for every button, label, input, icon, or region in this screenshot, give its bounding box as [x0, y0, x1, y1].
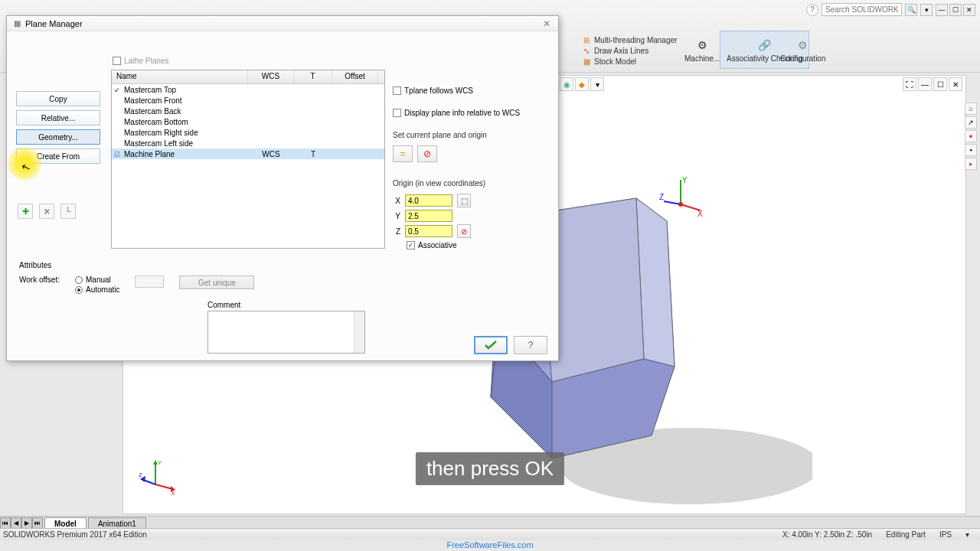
status-bar: SOLIDWORKS Premium 2017 x64 Edition X: 4…: [0, 528, 980, 540]
table-row[interactable]: ✔Mastercam Top: [112, 84, 384, 95]
maximize-icon[interactable]: ☐: [949, 4, 962, 16]
relative-button[interactable]: Relative...: [16, 110, 100, 126]
multi-threading-item[interactable]: ⊞Multi-threading Manager: [582, 35, 677, 44]
subtitle-caption: then press OK: [416, 452, 564, 485]
col-wcs[interactable]: WCS: [248, 70, 294, 83]
pick-button[interactable]: ⬚: [457, 194, 471, 207]
machine-icon: ⚙: [694, 37, 710, 53]
viewport-right-buttons: ⛶ — ☐ ✕: [903, 77, 962, 91]
right-panel: Tplane follows WCS Display plane info re…: [393, 86, 554, 263]
vp-max-icon[interactable]: ☐: [933, 77, 947, 91]
z-input[interactable]: [405, 225, 452, 237]
draw-axis-item[interactable]: ⤡Draw Axis Lines: [582, 46, 677, 55]
comment-label: Comment: [207, 301, 365, 309]
table-row[interactable]: Mastercam Left side: [112, 138, 384, 148]
vp-expand-icon[interactable]: ⛶: [903, 77, 916, 91]
equals-button[interactable]: =: [393, 145, 413, 162]
status-units: IPS: [939, 530, 952, 539]
vp-tool[interactable]: ◉: [560, 77, 573, 91]
vp-min-icon[interactable]: —: [918, 77, 932, 91]
dialog-close-icon[interactable]: ✕: [540, 18, 554, 30]
title-bar-right: ? 🔍 ▾ — ☐ ✕: [806, 3, 975, 16]
z-label: Z: [393, 227, 400, 236]
svg-text:Z: Z: [139, 471, 142, 478]
axis-tool-icon[interactable]: ⤪: [39, 204, 54, 219]
status-edition: SOLIDWORKS Premium 2017 x64 Edition: [3, 530, 782, 539]
table-row[interactable]: Mastercam Front: [112, 95, 384, 106]
svg-text:X: X: [697, 210, 703, 218]
svg-line-10: [155, 484, 172, 489]
reset-button[interactable]: ⊘: [417, 145, 437, 162]
help-button[interactable]: ?: [514, 336, 547, 354]
table-header: Name WCS T Offset: [112, 70, 384, 84]
svg-line-12: [143, 480, 155, 484]
col-offset[interactable]: Offset: [332, 70, 378, 83]
axis-triad-corner: Y X Z: [139, 457, 177, 495]
col-name[interactable]: Name: [112, 70, 248, 83]
x-input[interactable]: [405, 194, 452, 207]
icon-row: ✚ ⤪ └: [18, 204, 76, 219]
reset-z-button[interactable]: ⊘: [457, 224, 471, 238]
tplane-checkbox[interactable]: Tplane follows WCS: [393, 86, 554, 95]
gear-icon: ⚙: [795, 37, 811, 53]
viewport-toolbar: ◉ ◆ ▾: [560, 77, 604, 91]
comment-textarea[interactable]: [207, 311, 365, 354]
help-icon[interactable]: ?: [806, 4, 818, 16]
tool-icon[interactable]: ▪: [965, 144, 977, 156]
attributes-section: Attributes Work offset: Manual Automatic…: [19, 261, 387, 294]
ok-button[interactable]: [474, 336, 508, 354]
scrollbar[interactable]: [354, 311, 364, 353]
table-row[interactable]: Mastercam Back: [112, 106, 384, 116]
get-unique-button[interactable]: Get unique: [179, 276, 254, 289]
minimize-icon[interactable]: —: [936, 4, 948, 16]
planes-table: Name WCS T Offset ✔Mastercam TopMasterca…: [111, 70, 385, 249]
display-checkbox[interactable]: Display plane info relative to WCS: [393, 109, 554, 117]
svg-point-7: [678, 202, 683, 207]
origin-label: Origin (in view coordinates): [393, 179, 554, 187]
associative-checkbox[interactable]: ✓Associative: [407, 241, 554, 249]
axis-triad-origin: Y X Z: [659, 175, 705, 221]
automatic-radio[interactable]: Automatic: [75, 285, 119, 294]
set-current-label: Set current plane and origin: [393, 131, 554, 139]
link-icon: 🔗: [757, 37, 773, 53]
table-row[interactable]: ☑Machine PlaneWCST: [112, 148, 384, 159]
svg-text:X: X: [171, 490, 175, 495]
lathe-planes-checkbox[interactable]: Lathe Planes: [113, 57, 168, 65]
vp-tool[interactable]: ◆: [575, 77, 589, 91]
x-label: X: [393, 197, 400, 205]
arrow-icon[interactable]: ↗: [965, 116, 977, 129]
copy-button[interactable]: Copy: [16, 91, 100, 106]
dialog-titlebar[interactable]: ▦ Plane Manager ✕: [7, 16, 558, 31]
manual-radio[interactable]: Manual: [75, 276, 119, 284]
table-row[interactable]: Mastercam Right side: [112, 127, 384, 138]
side-toolbar: ⌂ ↗ ● ▪ ▸: [965, 103, 978, 170]
watermark: FreeSoftwareFiles.com: [0, 540, 980, 551]
plane-manager-dialog: ▦ Plane Manager ✕ Lathe Planes Copy Rela…: [6, 15, 559, 361]
comment-section: Comment: [207, 301, 365, 354]
offset-field: [135, 276, 164, 288]
tool-icon[interactable]: ▸: [965, 158, 977, 170]
search-button[interactable]: 🔍: [905, 4, 917, 16]
vp-tool[interactable]: ▾: [590, 77, 604, 91]
vp-close-icon[interactable]: ✕: [949, 77, 962, 91]
col-t[interactable]: T: [294, 70, 332, 83]
svg-line-5: [664, 201, 681, 204]
globe-icon[interactable]: ●: [965, 130, 977, 142]
check-icon: [484, 340, 498, 350]
stock-model-item[interactable]: ▦Stock Model: [582, 57, 677, 66]
home-icon[interactable]: ⌂: [965, 103, 977, 115]
svg-text:Y: Y: [158, 459, 162, 466]
table-row[interactable]: Mastercam Bottom: [112, 116, 384, 127]
geometry-button[interactable]: Geometry...: [16, 129, 100, 145]
configuration-button[interactable]: ⚙Configuration: [773, 31, 832, 69]
add-icon[interactable]: ✚: [18, 204, 33, 219]
status-coords: X: 4.00in Y: 2.50in Z: .50in: [782, 530, 872, 539]
search-input[interactable]: [822, 3, 902, 16]
dropdown-button[interactable]: ▾: [920, 4, 933, 16]
close-icon[interactable]: ✕: [963, 4, 975, 16]
ribbon-small-items: ⊞Multi-threading Manager ⤡Draw Axis Line…: [582, 35, 677, 66]
svg-text:Z: Z: [659, 193, 664, 201]
y-input[interactable]: [405, 210, 452, 222]
plane-tool-icon[interactable]: └: [60, 204, 76, 219]
status-dropdown-icon[interactable]: ▾: [965, 530, 969, 539]
